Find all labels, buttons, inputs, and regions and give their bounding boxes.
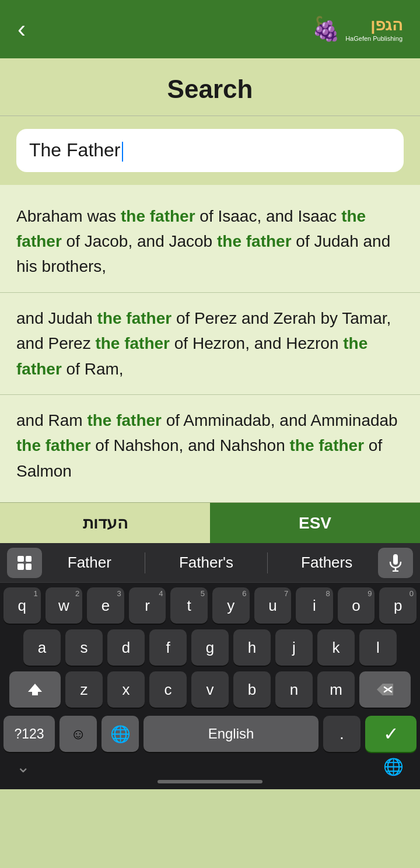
return-key[interactable]: ✓ bbox=[365, 716, 416, 752]
suggestion-word[interactable]: Father bbox=[62, 554, 117, 572]
key-f[interactable]: f bbox=[149, 629, 187, 666]
emoji-key[interactable]: ☺ bbox=[60, 716, 97, 752]
search-section: The Father bbox=[0, 116, 420, 185]
key-q[interactable]: q1 bbox=[4, 587, 41, 624]
divider bbox=[145, 552, 145, 573]
highlight-word: the father bbox=[97, 309, 172, 327]
key-n[interactable]: n bbox=[275, 671, 313, 708]
home-bar bbox=[158, 780, 262, 783]
title-section: Search bbox=[0, 58, 420, 116]
result-text: of Isaac, and Isaac bbox=[195, 207, 342, 225]
globe-bottom-icon[interactable]: 🌐 bbox=[383, 757, 404, 776]
suggestion-word[interactable]: Father's bbox=[173, 554, 239, 572]
back-button[interactable]: ‹ bbox=[18, 17, 26, 41]
bottom-key-row: ?123 ☺ 🌐 English . ✓ bbox=[0, 716, 420, 757]
globe-key[interactable]: 🌐 bbox=[102, 716, 139, 752]
highlight-word: the father bbox=[217, 232, 292, 250]
key-s[interactable]: s bbox=[65, 629, 103, 666]
key-y[interactable]: y6 bbox=[212, 587, 250, 624]
key-h[interactable]: h bbox=[233, 629, 271, 666]
key-t[interactable]: t5 bbox=[170, 587, 208, 624]
result-text: of Jacob, and Jacob bbox=[62, 232, 217, 250]
key-c[interactable]: c bbox=[149, 671, 187, 708]
tab-hebrew[interactable]: העדות bbox=[0, 503, 210, 543]
key-z[interactable]: z bbox=[65, 671, 103, 708]
grid-icon bbox=[18, 556, 32, 570]
numbers-key[interactable]: ?123 bbox=[4, 716, 55, 752]
result-item[interactable]: and Ram the father of Amminadab, and Amm… bbox=[0, 395, 420, 496]
home-area: ⌄ 🌐 bbox=[0, 757, 420, 789]
keyboard-mode-button[interactable] bbox=[7, 548, 42, 578]
logo-sub: HaGefen Publishing bbox=[345, 34, 402, 43]
key-m[interactable]: m bbox=[317, 671, 355, 708]
key-a[interactable]: a bbox=[23, 629, 61, 666]
suggestions-list: Father Father's Fathers bbox=[48, 552, 372, 573]
key-j[interactable]: j bbox=[275, 629, 313, 666]
key-b[interactable]: b bbox=[233, 671, 271, 708]
highlight-word: the father bbox=[95, 334, 170, 352]
suggestions-row: Father Father's Fathers bbox=[0, 543, 420, 583]
highlight-word: the father bbox=[87, 411, 162, 429]
tab-bar: העדות ESV bbox=[0, 502, 420, 543]
highlight-word: the father bbox=[16, 436, 91, 454]
key-u[interactable]: u7 bbox=[254, 587, 292, 624]
search-input[interactable]: The Father bbox=[29, 139, 391, 162]
mic-button[interactable] bbox=[378, 548, 413, 578]
divider bbox=[267, 552, 268, 573]
key-i[interactable]: i8 bbox=[296, 587, 333, 624]
key-v[interactable]: v bbox=[191, 671, 229, 708]
text-cursor bbox=[122, 142, 123, 162]
key-row-2: a s d f g h j k l bbox=[4, 629, 416, 666]
suggestion-word[interactable]: Fathers bbox=[295, 554, 358, 572]
result-item[interactable]: Abraham was the father of Isaac, and Isa… bbox=[0, 191, 420, 293]
result-text: Abraham was bbox=[16, 207, 121, 225]
key-o[interactable]: o9 bbox=[338, 587, 375, 624]
shift-key[interactable] bbox=[9, 671, 61, 708]
search-input-wrapper[interactable]: The Father bbox=[16, 129, 404, 172]
result-text: of Amminadab, and Amminadab bbox=[162, 411, 398, 429]
key-row-3: z x c v b n m bbox=[4, 671, 416, 708]
result-text: and Judah bbox=[16, 309, 97, 327]
logo-area: 🍇 הגפן HaGefen Publishing bbox=[312, 15, 402, 43]
period-key[interactable]: . bbox=[323, 716, 360, 752]
key-r[interactable]: r4 bbox=[129, 587, 166, 624]
key-d[interactable]: d bbox=[107, 629, 145, 666]
key-w[interactable]: w2 bbox=[46, 587, 83, 624]
result-text: of Nahshon, and Nahshon bbox=[91, 436, 290, 454]
result-text: of Hezron, and Hezron bbox=[170, 334, 343, 352]
key-e[interactable]: e3 bbox=[87, 587, 124, 624]
page-title: Search bbox=[0, 75, 420, 104]
grape-icon: 🍇 bbox=[312, 15, 341, 43]
tab-esv[interactable]: ESV bbox=[210, 503, 420, 543]
key-row-1: q1 w2 e3 r4 t5 y6 u7 i8 o9 p0 bbox=[4, 587, 416, 624]
key-k[interactable]: k bbox=[317, 629, 355, 666]
highlight-word: the father bbox=[290, 436, 365, 454]
result-text: and Ram bbox=[16, 411, 87, 429]
highlight-word: the father bbox=[121, 207, 195, 225]
key-p[interactable]: p0 bbox=[379, 587, 416, 624]
result-text: of Ram, bbox=[62, 360, 124, 378]
home-row: ⌄ 🌐 bbox=[0, 757, 420, 776]
svg-rect-0 bbox=[393, 554, 398, 565]
logo-text: הגפן bbox=[345, 15, 402, 34]
key-g[interactable]: g bbox=[191, 629, 229, 666]
delete-key[interactable] bbox=[359, 671, 411, 708]
key-rows: q1 w2 e3 r4 t5 y6 u7 i8 o9 p0 a s d f g … bbox=[0, 583, 420, 716]
results-section: Abraham was the father of Isaac, and Isa… bbox=[0, 185, 420, 503]
chevron-down-icon[interactable]: ⌄ bbox=[16, 757, 30, 776]
app-header: ‹ 🍇 הגפן HaGefen Publishing bbox=[0, 0, 420, 58]
key-l[interactable]: l bbox=[359, 629, 397, 666]
keyboard: Father Father's Fathers q1 w2 e3 r4 t5 y… bbox=[0, 543, 420, 789]
space-key[interactable]: English bbox=[144, 716, 318, 752]
key-x[interactable]: x bbox=[107, 671, 145, 708]
result-item[interactable]: and Judah the father of Perez and Zerah … bbox=[0, 293, 420, 395]
